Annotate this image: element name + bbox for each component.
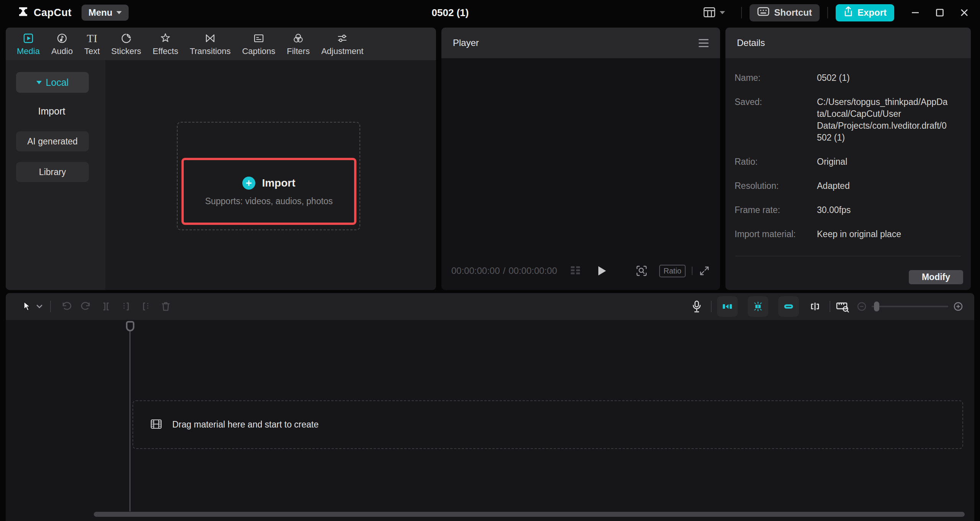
media-icon — [23, 32, 34, 44]
tab-captions[interactable]: Captions — [236, 31, 281, 57]
divider — [711, 301, 712, 312]
record-voiceover-button[interactable] — [691, 300, 702, 313]
player-title: Player — [453, 38, 479, 48]
player-menu-button[interactable] — [699, 39, 709, 47]
zoom-slider-track[interactable] — [872, 306, 948, 307]
details-panel: Details Name: 0502 (1) Saved: C:/Users/t… — [725, 28, 971, 290]
delete-right-button[interactable] — [136, 297, 156, 316]
player-header: Player — [441, 28, 720, 58]
preview-quality-button[interactable] — [635, 265, 648, 277]
tab-effects[interactable]: Effects — [147, 31, 184, 57]
redo-button[interactable] — [76, 297, 96, 316]
layout-button[interactable] — [703, 7, 725, 19]
auto-snap-toggle[interactable] — [717, 296, 738, 317]
media-panel: Media Audio TI Text Stickers — [6, 28, 436, 290]
preview-axis-toggle[interactable] — [748, 296, 768, 317]
playhead-handle[interactable] — [126, 321, 134, 331]
menu-button[interactable]: Menu — [82, 5, 129, 21]
select-tool-button[interactable] — [19, 297, 34, 316]
ratio-button-label: Ratio — [663, 267, 681, 275]
shortcut-button[interactable]: Shortcut — [750, 4, 820, 21]
timeline-scale-button[interactable] — [836, 300, 849, 313]
player-controls: 00:00:00:00/00:00:00:00 Ratio — [441, 252, 720, 290]
tab-adjustment-label: Adjustment — [321, 46, 363, 56]
detail-label: Saved: — [735, 96, 817, 144]
divider — [735, 256, 961, 256]
titlebar: CapCut Menu 0502 (1) Shortcut — [0, 0, 980, 25]
sidebar-item-import[interactable]: Import — [29, 106, 75, 117]
plus-icon — [242, 177, 255, 190]
details-body: Name: 0502 (1) Saved: C:/Users/topgus_th… — [725, 58, 971, 240]
delete-button[interactable] — [156, 297, 176, 316]
export-icon — [843, 6, 853, 19]
tab-transitions-label: Transitions — [190, 46, 231, 56]
minimize-button[interactable] — [908, 5, 923, 20]
import-drop-zone[interactable]: Import Supports: videos, audios, photos — [177, 122, 360, 230]
import-annotation-highlight: Import Supports: videos, audios, photos — [181, 158, 356, 225]
detail-row-saved: Saved: C:/Users/topgus_thinkpad/AppData/… — [735, 96, 961, 144]
select-tool-dropdown[interactable] — [34, 297, 45, 316]
capcut-logo: CapCut — [18, 6, 72, 19]
tab-adjustment[interactable]: Adjustment — [315, 31, 369, 57]
link-clips-toggle[interactable] — [778, 296, 799, 317]
sticker-icon — [121, 32, 132, 44]
sidebar-item-library[interactable]: Library — [16, 162, 89, 182]
fullscreen-button[interactable] — [699, 265, 710, 277]
sidebar-item-ai-generated-label: AI generated — [27, 136, 78, 146]
delete-left-button[interactable] — [116, 297, 136, 316]
tab-audio[interactable]: Audio — [46, 31, 78, 57]
adjustment-icon — [336, 32, 348, 44]
sidebar-item-library-label: Library — [39, 167, 66, 177]
tab-transitions[interactable]: Transitions — [184, 31, 237, 57]
ratio-button[interactable]: Ratio — [659, 265, 686, 277]
detail-label: Ratio: — [735, 156, 817, 168]
details-title: Details — [737, 38, 765, 48]
sidebar-item-ai-generated[interactable]: AI generated — [16, 131, 89, 151]
zoom-out-button[interactable] — [856, 301, 867, 312]
detail-row-import-material: Import material: Keep in original place — [735, 228, 961, 240]
close-button[interactable] — [957, 5, 972, 20]
horizontal-scrollbar[interactable] — [94, 512, 965, 517]
detail-value: 30.00fps — [817, 204, 949, 216]
play-button[interactable] — [597, 265, 607, 276]
divider — [741, 7, 742, 18]
detail-value: 0502 (1) — [817, 72, 949, 84]
media-tab-bar: Media Audio TI Text Stickers — [6, 28, 436, 60]
sidebar-item-local[interactable]: Local — [16, 72, 89, 93]
timeline-panel: Drag material here and start to create — [6, 293, 974, 521]
modify-button[interactable]: Modify — [909, 270, 963, 284]
undo-button[interactable] — [56, 297, 76, 316]
detail-value: Keep in original place — [817, 228, 949, 240]
export-button[interactable]: Export — [836, 4, 894, 21]
frame-grid-button[interactable] — [569, 265, 581, 277]
tab-media-label: Media — [17, 46, 40, 56]
film-icon — [150, 419, 162, 431]
mirror-split-button[interactable] — [809, 301, 821, 312]
tab-effects-label: Effects — [153, 46, 178, 56]
detail-value: Adapted — [817, 180, 949, 192]
import-button-label: Import — [262, 177, 295, 189]
zoom-slider-handle[interactable] — [874, 301, 879, 311]
total-time: 00:00:00:00 — [508, 265, 557, 276]
detail-row-name: Name: 0502 (1) — [735, 72, 961, 84]
detail-value: Original — [817, 156, 949, 168]
media-content: Import Supports: videos, audios, photos — [105, 60, 436, 290]
transitions-icon — [204, 32, 216, 44]
divider — [692, 267, 693, 275]
player-panel: Player 00:00:00:00/00:00:00:00 Ratio — [441, 28, 720, 290]
text-icon: TI — [87, 32, 97, 44]
maximize-button[interactable] — [933, 5, 947, 20]
timeline-drop-zone[interactable]: Drag material here and start to create — [132, 400, 963, 449]
details-header: Details — [725, 28, 971, 58]
keyboard-icon — [757, 7, 769, 19]
split-button[interactable] — [96, 297, 116, 316]
tab-filters[interactable]: Filters — [281, 31, 315, 57]
current-time: 00:00:00:00 — [451, 265, 500, 276]
tab-text[interactable]: TI Text — [78, 31, 105, 57]
timeline-zoom-slider[interactable] — [872, 301, 948, 311]
divider — [830, 301, 830, 312]
zoom-in-button[interactable] — [953, 301, 964, 312]
tab-stickers[interactable]: Stickers — [106, 31, 147, 57]
app-name: CapCut — [34, 7, 72, 19]
tab-media[interactable]: Media — [11, 31, 46, 57]
